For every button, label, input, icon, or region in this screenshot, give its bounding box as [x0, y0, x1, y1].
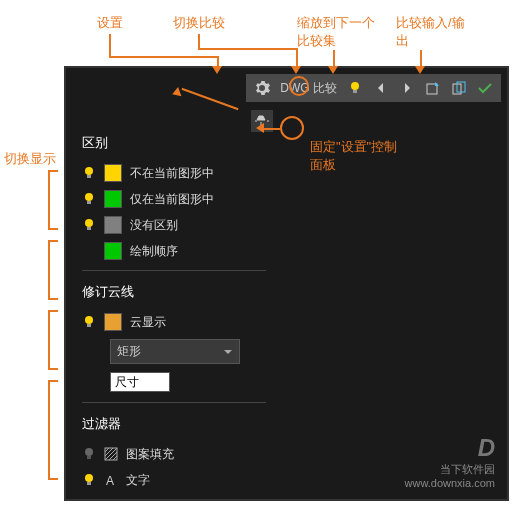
svg-point-5: [85, 167, 93, 175]
row-pattern-fill: 图案填充: [74, 441, 274, 467]
bulb-icon: [348, 81, 362, 95]
bracket: [48, 380, 58, 480]
bulb-toggle-icon[interactable]: [82, 166, 96, 180]
color-swatch-yellow[interactable]: [104, 164, 122, 182]
color-swatch-cloud[interactable]: [104, 313, 122, 331]
svg-rect-1: [353, 90, 357, 93]
label-pattern-fill: 图案填充: [126, 446, 174, 463]
label-draw-order: 绘制顺序: [130, 243, 178, 260]
annotation-line: [264, 128, 280, 130]
arrow-head: [256, 123, 264, 133]
bulb-toggle-icon[interactable]: [82, 192, 96, 206]
bulb-toggle-icon[interactable]: [82, 447, 96, 461]
prev-button[interactable]: [369, 76, 393, 100]
watermark: D 当下软件园 www.downxia.com: [405, 434, 495, 489]
label-cloud-display: 云显示: [130, 314, 166, 331]
svg-rect-14: [87, 456, 91, 459]
annotation-circle: [289, 76, 309, 96]
arrow-left-icon: [374, 81, 388, 95]
watermark-name: 当下软件园: [405, 462, 495, 477]
svg-point-13: [85, 448, 93, 456]
arrow-head: [415, 66, 425, 74]
import-icon: [425, 80, 441, 96]
annotation-toggle-display: 切换显示: [4, 150, 56, 168]
annotation-line: [109, 56, 217, 58]
annotation-io: 比较输入/输出: [396, 14, 466, 50]
label-text: 文字: [126, 472, 150, 489]
svg-rect-10: [87, 227, 91, 230]
annotation-line: [296, 48, 298, 66]
import-button[interactable]: [421, 76, 445, 100]
arrow-head: [291, 66, 301, 74]
toggle-compare-button[interactable]: [343, 76, 367, 100]
row-draw-order: 绘制顺序: [74, 238, 274, 264]
svg-rect-12: [87, 324, 91, 327]
shape-dropdown[interactable]: 矩形: [110, 339, 240, 364]
annotation-circle: [280, 116, 304, 140]
annotation-line: [420, 50, 422, 66]
svg-point-11: [85, 316, 93, 324]
annotation-pin-panel: 固定"设置"控制面板: [310, 138, 410, 174]
export-icon: [451, 80, 467, 96]
row-not-in-current: 不在当前图形中: [74, 160, 274, 186]
check-icon: [477, 80, 493, 96]
row-text: A 文字: [74, 467, 274, 493]
watermark-url: www.downxia.com: [405, 477, 495, 489]
confirm-button[interactable]: [473, 76, 497, 100]
settings-button[interactable]: [250, 76, 274, 100]
label-no-diff: 没有区别: [130, 217, 178, 234]
arrow-head: [328, 66, 338, 74]
row-only-in-current: 仅在当前图形中: [74, 186, 274, 212]
bulb-toggle-icon[interactable]: [82, 473, 96, 487]
bulb-toggle-icon[interactable]: [82, 315, 96, 329]
color-swatch-order[interactable]: [104, 242, 122, 260]
gear-icon: [254, 80, 270, 96]
annotation-line: [198, 48, 296, 50]
svg-point-9: [85, 219, 93, 227]
annotation-zoom-next: 缩放到下一个比较集: [297, 14, 377, 50]
annotation-line: [217, 56, 219, 66]
section-header-cloud: 修订云线: [74, 277, 274, 309]
size-input[interactable]: [110, 372, 170, 392]
separator: [82, 270, 266, 271]
row-no-diff: 没有区别: [74, 212, 274, 238]
hatch-icon: [104, 447, 118, 461]
annotation-line: [109, 34, 111, 56]
arrow-right-icon: [400, 81, 414, 95]
svg-point-0: [351, 82, 359, 90]
svg-point-7: [85, 193, 93, 201]
bracket: [48, 240, 58, 300]
color-swatch-green[interactable]: [104, 190, 122, 208]
export-button[interactable]: [447, 76, 471, 100]
bracket: [48, 170, 58, 230]
next-button[interactable]: [395, 76, 419, 100]
svg-text:A: A: [106, 474, 114, 487]
svg-rect-6: [87, 175, 91, 178]
section-header-filter: 过滤器: [74, 409, 274, 441]
svg-rect-8: [87, 201, 91, 204]
separator: [82, 402, 266, 403]
annotation-settings: 设置: [97, 14, 123, 32]
label-not-in-current: 不在当前图形中: [130, 165, 214, 182]
text-icon: A: [104, 473, 118, 487]
svg-rect-17: [87, 482, 91, 485]
settings-panel: 区别 不在当前图形中 仅在当前图形中 没有区别 绘制顺序 修订云线 云显示: [74, 128, 274, 493]
compare-toolbar: DWG 比较: [246, 74, 501, 102]
row-cloud-display: 云显示: [74, 309, 274, 335]
chevron-down-icon: [223, 347, 233, 357]
annotation-toggle-compare: 切换比较: [173, 14, 225, 32]
svg-point-16: [85, 474, 93, 482]
shape-value: 矩形: [117, 343, 141, 360]
color-swatch-gray[interactable]: [104, 216, 122, 234]
watermark-logo-icon: D: [405, 434, 495, 462]
section-header-diff: 区别: [74, 128, 274, 160]
annotation-line: [198, 34, 200, 48]
annotation-line: [333, 50, 335, 66]
label-only-in-current: 仅在当前图形中: [130, 191, 214, 208]
bulb-toggle-icon[interactable]: [82, 218, 96, 232]
arrow-head: [212, 66, 222, 74]
bracket: [48, 310, 58, 370]
